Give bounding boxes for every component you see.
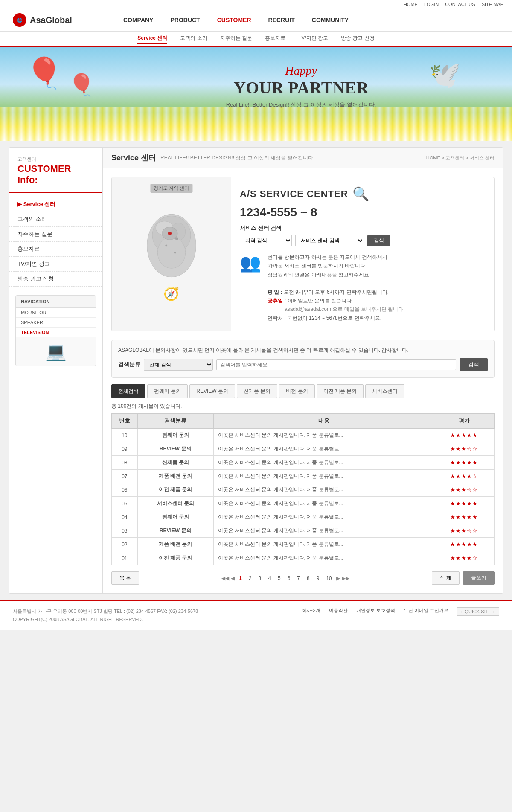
main-container: 고객센터 CUSTOMER Info: Service 센터 고객의 소리 자주…: [9, 147, 503, 594]
cell-no: 06: [112, 483, 138, 497]
sidebar-nav-monitor[interactable]: MORNITOR: [16, 308, 96, 318]
subnav-broadcast[interactable]: 방송 광고 신청: [341, 35, 375, 44]
data-table: 번호 검색분류 내용 평가 10 펌웨어 문의 이곳은 서비스센터 문의 게시판…: [111, 413, 495, 565]
subnav-pr[interactable]: 홍보자료: [265, 35, 285, 44]
page-2[interactable]: 2: [246, 574, 254, 583]
subnav-faq[interactable]: 자주하는 질문: [220, 35, 252, 44]
sidebar-item-broadcast[interactable]: 방송 광고 신청: [9, 272, 102, 287]
table-row[interactable]: 06 이전 제품 문의 이곳은 서비스센터 문의 게시판입니다. 제품 분류별로…: [112, 483, 495, 497]
info-box: 👥 센터를 방문하고자 하시는 분은 지도에서 검색하셔서 가까운 서비스 센터…: [240, 253, 486, 322]
page-3[interactable]: 3: [256, 574, 264, 583]
table-row[interactable]: 10 펌웨어 문의 이곳은 서비스센터 문의 게시판입니다. 제품 분류별로..…: [112, 429, 495, 442]
page-10[interactable]: 10: [323, 574, 334, 583]
footer-no-email[interactable]: 무단 이메일 수신거부: [404, 607, 448, 616]
quick-site[interactable]: :: QUICK SITE ::: [457, 607, 499, 616]
subnav-service[interactable]: Service 센터: [137, 35, 167, 44]
sidebar-nav-speaker[interactable]: SPEAKER: [16, 318, 96, 328]
table-row[interactable]: 03 REVIEW 문의 이곳은 서비스센터 문의 게시판입니다. 제품 분류별…: [112, 524, 495, 538]
sidebar-item-pr[interactable]: 홍보자료: [9, 242, 102, 257]
search-keyword-input[interactable]: [216, 359, 456, 370]
pagination-row: 목 록 ◀◀ ◀ 1 2 3 4 5 6 7 8 9 10 ▶ ▶▶ 삭 제 글…: [111, 571, 495, 585]
footer-privacy[interactable]: 개인정보 보호정책: [356, 607, 395, 616]
sidebar-nav-television[interactable]: TELEVISION: [16, 328, 96, 337]
nav-community[interactable]: COMMUNITY: [312, 17, 349, 23]
cell-category: 서비스센터 문의: [137, 497, 213, 510]
subnav-tv[interactable]: TV/지면 광고: [298, 35, 328, 44]
page-1[interactable]: 1: [236, 574, 244, 583]
table-row[interactable]: 09 REVIEW 문의 이곳은 서비스센터 문의 게시판입니다. 제품 분류별…: [112, 442, 495, 456]
nav-recruit[interactable]: RECRUIT: [268, 17, 295, 23]
cell-content: 이곳은 서비스센터 문의 게시판입니다. 제품 분류별로...: [213, 483, 434, 497]
nav-customer[interactable]: CUSTOMER: [217, 17, 251, 23]
table-row[interactable]: 08 신제품 문의 이곳은 서비스센터 문의 게시판입니다. 제품 분류별로..…: [112, 456, 495, 470]
table-row[interactable]: 02 제품 배전 문의 이곳은 서비스센터 문의 게시판입니다. 제품 분류별로…: [112, 538, 495, 551]
magnify-icon: 🔍: [352, 186, 370, 202]
tab-service-center[interactable]: 서비스센터: [365, 384, 404, 398]
cell-stars: ★★★★☆: [434, 470, 494, 483]
footer-about[interactable]: 회사소개: [302, 607, 320, 616]
cell-content: 이곳은 서비스센터 문의 게시판입니다. 제품 분류별로...: [213, 551, 434, 565]
page-4[interactable]: 4: [265, 574, 273, 583]
cell-content: 이곳은 서비스센터 문의 게시판입니다. 제품 분류별로...: [213, 497, 434, 510]
sidebar-item-voice[interactable]: 고객의 소리: [9, 212, 102, 227]
cell-no: 09: [112, 442, 138, 456]
cell-stars: ★★★★★: [434, 497, 494, 510]
next-one-arrow[interactable]: ▶: [336, 575, 340, 581]
prev-one-arrow[interactable]: ◀: [231, 575, 235, 581]
col-rating: 평가: [434, 414, 494, 429]
banner: 🎈 🎈 Happy YOUR PARTNER Real Life!! Bette…: [0, 47, 512, 141]
prev-arrow[interactable]: ◀◀: [221, 575, 229, 581]
sidebar-item-faq[interactable]: 자주하는 질문: [9, 227, 102, 242]
cell-no: 05: [112, 497, 138, 510]
center-search-btn[interactable]: 검색: [367, 235, 390, 246]
nav-company[interactable]: COMPANY: [123, 17, 154, 23]
tab-new-product[interactable]: 신제품 문의: [237, 384, 277, 398]
footer-left: 서울특별시 가나구 우리동 000-00번지 STJ 빌딩 TEL : (02)…: [13, 607, 198, 623]
cell-category: 신제품 문의: [137, 456, 213, 470]
sidebar-item-tv[interactable]: TV/지면 광고: [9, 257, 102, 272]
topbar-login[interactable]: LOGIN: [424, 2, 439, 7]
tab-all[interactable]: 전체검색: [111, 384, 145, 398]
tab-firmware[interactable]: 펌웨이 문의: [147, 384, 188, 398]
table-row[interactable]: 04 펌웨어 문의 이곳은 서비스센터 문의 게시판입니다. 제품 분류별로..…: [112, 510, 495, 524]
nav-product[interactable]: PRODUCT: [170, 17, 200, 23]
tab-version[interactable]: 버전 문의: [279, 384, 314, 398]
region-select[interactable]: 지역 검색--------: [240, 235, 292, 246]
sidebar-nav-navigation[interactable]: NAVIGATION: [16, 296, 96, 308]
page-5[interactable]: 5: [275, 574, 283, 583]
search-category-select[interactable]: 전체 검색------------------: [144, 359, 213, 371]
search-form-label: 검색분류: [118, 361, 140, 368]
cell-category: 펌웨어 문의: [137, 429, 213, 442]
cell-content: 이곳은 서비스센터 문의 게시판입니다. 제품 분류별로...: [213, 429, 434, 442]
sidebar-item-service[interactable]: Service 센터: [9, 197, 102, 212]
page-8[interactable]: 8: [304, 574, 312, 583]
table-row[interactable]: 07 제품 배전 문의 이곳은 서비스센터 문의 게시판입니다. 제품 분류별로…: [112, 470, 495, 483]
logo: 🌐 AsaGlobal: [13, 13, 72, 27]
cell-category: 이전 제품 문의: [137, 483, 213, 497]
page-7[interactable]: 7: [294, 574, 303, 583]
topbar-home[interactable]: HOME: [404, 2, 418, 7]
delete-button[interactable]: 삭 제: [432, 571, 460, 585]
write-button[interactable]: 글쓰기: [463, 571, 495, 585]
footer-terms[interactable]: 이용약관: [329, 607, 348, 616]
map-area: 경기도 지역 센터 🧭: [112, 177, 231, 331]
tab-review[interactable]: REVIEW 문의: [189, 384, 235, 398]
next-arrow[interactable]: ▶▶: [342, 575, 349, 581]
cell-no: 08: [112, 456, 138, 470]
page-9[interactable]: 9: [314, 574, 322, 583]
subnav-voice[interactable]: 고객의 소리: [180, 35, 207, 44]
korea-map: [133, 207, 210, 284]
search-section: ASAGLOBAL에 문의사항이 있으시면 먼저 이곳에 올라 온 게시물을 검…: [111, 340, 495, 378]
cell-category: REVIEW 문의: [137, 442, 213, 456]
center-select[interactable]: 서비스 센터 검색--------: [295, 235, 364, 246]
page-6[interactable]: 6: [285, 574, 293, 583]
main-search-btn[interactable]: 검색: [460, 358, 488, 371]
topbar-contact[interactable]: CONTACT US: [445, 2, 475, 7]
list-button[interactable]: 목 록: [111, 571, 139, 585]
cell-content: 이곳은 서비스센터 문의 게시판입니다. 제품 분류별로...: [213, 456, 434, 470]
sidebar: 고객센터 CUSTOMER Info: Service 센터 고객의 소리 자주…: [9, 148, 103, 593]
topbar-sitemap[interactable]: SITE MAP: [482, 2, 503, 7]
table-row[interactable]: 01 이전 제품 문의 이곳은 서비스센터 문의 게시판입니다. 제품 분류별로…: [112, 551, 495, 565]
table-row[interactable]: 05 서비스센터 문의 이곳은 서비스센터 문의 게시판입니다. 제품 분류별로…: [112, 497, 495, 510]
tab-prev-product[interactable]: 이전 제품 문의: [317, 384, 364, 398]
